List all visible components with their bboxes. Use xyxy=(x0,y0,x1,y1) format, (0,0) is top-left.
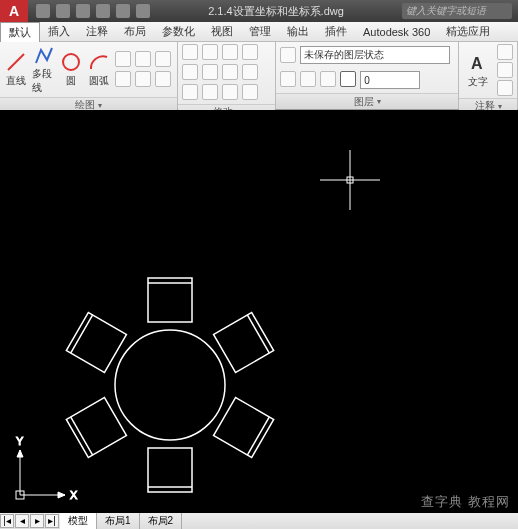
polyline-label: 多段线 xyxy=(32,67,56,95)
text-label: 文字 xyxy=(468,75,488,89)
ribbon-tabs: 默认 插入 注释 布局 参数化 视图 管理 输出 插件 Autodesk 360… xyxy=(0,22,518,42)
layout-tab-model[interactable]: 模型 xyxy=(60,513,97,529)
qat-print-icon[interactable] xyxy=(136,4,150,18)
rotate-icon[interactable] xyxy=(202,44,218,60)
scale-icon[interactable] xyxy=(202,84,218,100)
qat-save-icon[interactable] xyxy=(76,4,90,18)
chevron-down-icon: ▾ xyxy=(377,97,381,106)
qat-open-icon[interactable] xyxy=(56,4,70,18)
modify-tools xyxy=(182,44,260,102)
svg-line-17 xyxy=(247,315,269,353)
fillet-icon[interactable] xyxy=(222,64,238,80)
polyline-button[interactable]: 多段线 xyxy=(32,44,56,95)
statusbar: |◂ ◂ ▸ ▸| 模型 布局1 布局2 xyxy=(0,513,518,529)
qat-undo-icon[interactable] xyxy=(96,4,110,18)
tab-last-icon[interactable]: ▸| xyxy=(45,514,59,528)
qat-new-icon[interactable] xyxy=(36,4,50,18)
tab-parametric[interactable]: 参数化 xyxy=(154,22,203,41)
qat-redo-icon[interactable] xyxy=(116,4,130,18)
svg-line-23 xyxy=(71,417,93,455)
erase-icon[interactable] xyxy=(242,44,258,60)
tab-prev-icon[interactable]: ◂ xyxy=(15,514,29,528)
layout-tab-layout1[interactable]: 布局1 xyxy=(97,513,140,529)
tab-manage[interactable]: 管理 xyxy=(241,22,279,41)
svg-marker-9 xyxy=(17,450,23,457)
svg-rect-16 xyxy=(214,312,274,372)
line-label: 直线 xyxy=(6,74,26,88)
current-layer-dropdown[interactable]: 0 xyxy=(360,71,420,89)
layout-tab-layout2[interactable]: 布局2 xyxy=(140,513,183,529)
drawing-canvas[interactable]: X Y xyxy=(0,110,518,512)
app-menu-button[interactable]: A xyxy=(0,0,28,22)
titlebar: A 2.1.4设置坐标和坐标系.dwg 键入关键字或短语 xyxy=(0,0,518,22)
tab-annotate[interactable]: 注释 xyxy=(78,22,116,41)
circle-label: 圆 xyxy=(66,74,76,88)
panel-layer-title[interactable]: 图层▾ xyxy=(276,93,458,109)
panel-layer: 未保存的图层状态 0 图层▾ xyxy=(276,42,459,109)
move-icon[interactable] xyxy=(182,44,198,60)
svg-line-0 xyxy=(8,54,24,70)
offset-icon[interactable] xyxy=(242,84,258,100)
point-icon[interactable] xyxy=(135,71,151,87)
layer-state-dropdown[interactable]: 未保存的图层状态 xyxy=(300,46,450,64)
hatch-icon[interactable] xyxy=(115,71,131,87)
svg-line-25 xyxy=(71,315,93,353)
dimension-icon[interactable] xyxy=(497,44,513,60)
svg-text:X: X xyxy=(70,489,78,501)
svg-marker-7 xyxy=(58,492,65,498)
text-button[interactable]: A 文字 xyxy=(463,52,493,89)
svg-text:A: A xyxy=(471,55,483,72)
svg-rect-24 xyxy=(66,312,126,372)
svg-text:Y: Y xyxy=(16,435,24,447)
drawing-objects xyxy=(66,278,273,492)
table-icon[interactable] xyxy=(497,80,513,96)
array-icon[interactable] xyxy=(222,84,238,100)
arc-button[interactable]: 圆弧 xyxy=(87,51,111,88)
mirror-icon[interactable] xyxy=(202,64,218,80)
ellipse-icon[interactable] xyxy=(155,51,171,67)
trim-icon[interactable] xyxy=(222,44,238,60)
layer-lock-icon[interactable] xyxy=(320,71,336,87)
panel-annotate: A 文字 注释▾ xyxy=(459,42,518,109)
copy-icon[interactable] xyxy=(182,64,198,80)
quick-access-toolbar xyxy=(36,4,150,18)
drawing-content: X Y xyxy=(0,110,518,512)
tab-output[interactable]: 输出 xyxy=(279,22,317,41)
layout-tab-arrows: |◂ ◂ ▸ ▸| xyxy=(0,514,60,528)
tab-default[interactable]: 默认 xyxy=(0,22,40,42)
svg-point-13 xyxy=(115,330,225,440)
chevron-down-icon: ▾ xyxy=(98,101,102,110)
region-icon[interactable] xyxy=(155,71,171,87)
spline-icon[interactable] xyxy=(135,51,151,67)
arc-label: 圆弧 xyxy=(89,74,109,88)
tab-featured[interactable]: 精选应用 xyxy=(438,22,498,41)
rectangle-icon[interactable] xyxy=(115,51,131,67)
svg-point-1 xyxy=(63,54,79,70)
tab-layout[interactable]: 布局 xyxy=(116,22,154,41)
tab-next-icon[interactable]: ▸ xyxy=(30,514,44,528)
svg-rect-14 xyxy=(148,278,192,322)
layer-off-icon[interactable] xyxy=(280,71,296,87)
leader-icon[interactable] xyxy=(497,62,513,78)
layer-color-icon[interactable] xyxy=(340,71,356,87)
layer-freeze-icon[interactable] xyxy=(300,71,316,87)
tab-addins[interactable]: 插件 xyxy=(317,22,355,41)
svg-rect-18 xyxy=(214,397,274,457)
line-icon xyxy=(5,51,27,73)
ucs-icon: X Y xyxy=(16,435,78,501)
tab-first-icon[interactable]: |◂ xyxy=(0,514,14,528)
explode-icon[interactable] xyxy=(242,64,258,80)
watermark-text: 查字典 教程网 xyxy=(421,493,510,511)
polyline-icon xyxy=(33,44,55,66)
tab-a360[interactable]: Autodesk 360 xyxy=(355,24,438,40)
window-title: 2.1.4设置坐标和坐标系.dwg xyxy=(150,4,402,19)
tab-view[interactable]: 视图 xyxy=(203,22,241,41)
line-button[interactable]: 直线 xyxy=(4,51,28,88)
layer-properties-icon[interactable] xyxy=(280,47,296,63)
draw-small-tools xyxy=(115,51,173,89)
stretch-icon[interactable] xyxy=(182,84,198,100)
ribbon: 直线 多段线 圆 圆弧 绘图▾ xyxy=(0,42,518,110)
circle-button[interactable]: 圆 xyxy=(60,51,84,88)
tab-insert[interactable]: 插入 xyxy=(40,22,78,41)
help-search-input[interactable]: 键入关键字或短语 xyxy=(402,3,512,19)
